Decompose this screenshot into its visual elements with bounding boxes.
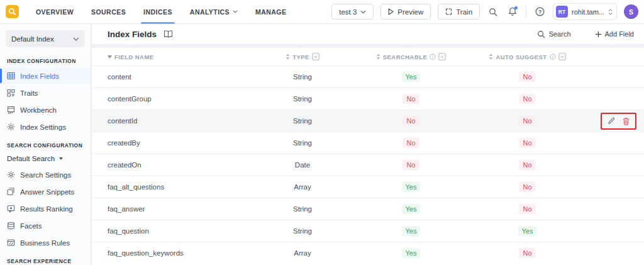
info-icon[interactable]: [430, 54, 436, 60]
column-header-auto-suggest[interactable]: AUTO SUGGEST: [469, 53, 586, 60]
nav-item-manage[interactable]: MANAGE: [247, 0, 295, 24]
searchable-cell: Yes: [353, 204, 469, 214]
annotation-highlight-box: [601, 113, 636, 130]
auto-suggest-cell: No: [469, 204, 586, 214]
delete-icon[interactable]: [623, 117, 630, 125]
sidebar-item-label: Index Settings: [20, 123, 66, 131]
table-row-faq-alt-questions: faq_alt_questions Array Yes No: [92, 176, 644, 198]
searchable-cell: Yes: [353, 182, 469, 192]
searchable-cell: Yes: [353, 72, 469, 82]
row-actions: [601, 113, 636, 130]
secondary-avatar[interactable]: S: [624, 4, 638, 19]
table-row-faq-question: faq_question String Yes Yes: [92, 220, 644, 242]
search-profile-select[interactable]: Default Search: [0, 152, 91, 166]
filter-dropdown-icon[interactable]: [312, 53, 319, 60]
user-avatar: RT: [556, 6, 568, 18]
type-cell: String: [252, 95, 353, 103]
sidebar-item-label: Facets: [20, 222, 42, 230]
nav-item-label: ANALYTICS: [190, 8, 230, 16]
sidebar-item-label: Results Ranking: [20, 205, 73, 213]
type-cell: String: [252, 227, 353, 235]
nav-item-overview[interactable]: OVERVIEW: [27, 0, 82, 24]
type-cell: String: [252, 73, 353, 81]
plus-icon: [595, 31, 602, 38]
sidebar-item-label: Answer Snippets: [20, 188, 74, 196]
page-header: Index Fields Search Add Field: [92, 24, 644, 44]
edit-icon[interactable]: [608, 117, 615, 125]
preview-button[interactable]: Preview: [380, 4, 431, 20]
sidebar-item-search-settings[interactable]: Search Settings: [0, 166, 91, 183]
nav-item-label: MANAGE: [255, 8, 286, 16]
table-row-contentgroup: contentGroup String No No: [92, 87, 644, 110]
environment-select[interactable]: test 3: [331, 4, 374, 20]
gear-icon: [7, 171, 15, 179]
nav-item-sources[interactable]: SOURCES: [82, 0, 135, 24]
sidebar-item-results-ranking[interactable]: Results Ranking: [0, 200, 91, 217]
sort-desc-icon: [108, 55, 112, 59]
searchable-cell: No: [353, 138, 469, 148]
searchable-cell: No: [353, 160, 469, 170]
type-cell: Array: [252, 249, 353, 257]
notifications-bell-icon[interactable]: [506, 6, 519, 18]
filter-dropdown-icon[interactable]: [558, 53, 566, 60]
user-menu[interactable]: RT rohit.tam...: [553, 3, 617, 20]
snippets-icon: [7, 188, 15, 196]
field-name-cell: createdBy: [108, 139, 252, 147]
sidebar-section-label: SEARCH CONFIGURATION: [0, 135, 91, 152]
global-search-icon[interactable]: [487, 6, 499, 18]
sidebar-item-facets[interactable]: Facets: [0, 217, 91, 234]
sidebar-item-label: Business Rules: [20, 239, 70, 247]
nav-item-label: OVERVIEW: [36, 8, 74, 16]
nav-item-indices[interactable]: INDICES: [135, 0, 181, 24]
train-button-label: Train: [456, 8, 472, 16]
searchable-cell: Yes: [353, 226, 469, 236]
info-icon[interactable]: [550, 54, 556, 60]
sidebar-item-workbench[interactable]: Workbench: [0, 101, 91, 118]
searchunify-logo-icon[interactable]: [6, 5, 19, 18]
column-header-field-name[interactable]: FIELD NAME: [108, 54, 252, 60]
sidebar-item-index-fields[interactable]: Index Fields: [0, 67, 91, 84]
field-name-cell: content: [108, 73, 252, 81]
nav-item-analytics[interactable]: ANALYTICS: [181, 0, 247, 24]
topbar-actions: test 3 Preview Train ? RT rohit.tam... S: [331, 3, 644, 20]
field-name-cell: createdOn: [108, 161, 252, 169]
auto-suggest-cell: No: [469, 94, 586, 104]
sidebar-item-label: Traits: [20, 89, 38, 97]
documentation-book-icon[interactable]: [164, 30, 173, 38]
column-header-searchable[interactable]: SEARCHABLE: [353, 53, 469, 60]
table-search-button[interactable]: Search: [537, 30, 571, 38]
column-label: AUTO SUGGEST: [496, 54, 547, 60]
field-name-cell: faq_question: [108, 227, 252, 235]
triangle-down-icon: [59, 157, 63, 160]
type-cell: Array: [252, 183, 353, 191]
train-button[interactable]: Train: [438, 4, 480, 20]
type-cell: String: [252, 117, 353, 125]
sidebar-section-label: INDEX CONFIGURATION: [0, 51, 91, 67]
sidebar-item-traits[interactable]: Traits: [0, 84, 91, 101]
primary-nav: OVERVIEW SOURCES INDICES ANALYTICS MANAG…: [27, 0, 295, 24]
field-name-cell: faq_alt_questions: [108, 183, 252, 191]
column-header-type[interactable]: TYPE: [252, 53, 353, 60]
workbench-icon: [7, 106, 15, 114]
sidebar-item-index-settings[interactable]: Index Settings: [0, 118, 91, 135]
index-select-dropdown[interactable]: Default Index: [6, 30, 85, 47]
searchable-cell: No: [353, 94, 469, 104]
table-search-label: Search: [549, 30, 571, 38]
play-icon: [388, 8, 394, 15]
table-row-createdon: createdOn Date No No: [92, 154, 644, 176]
filter-dropdown-icon[interactable]: [438, 53, 446, 60]
sidebar-item-answer-snippets[interactable]: Answer Snippets: [0, 183, 91, 200]
top-navigation-bar: OVERVIEW SOURCES INDICES ANALYTICS MANAG…: [0, 0, 644, 24]
sidebar-item-business-rules[interactable]: Business Rules: [0, 234, 91, 251]
add-field-button[interactable]: Add Field: [595, 30, 634, 38]
rules-icon: [7, 239, 15, 247]
add-field-label: Add Field: [605, 30, 634, 38]
type-cell: String: [252, 139, 353, 147]
searchable-cell: No: [353, 116, 469, 126]
field-name-cell: faq_answer: [108, 205, 252, 213]
facets-icon: [7, 222, 15, 230]
search-profile-select-value: Default Search: [7, 155, 55, 162]
help-icon[interactable]: ?: [533, 6, 546, 18]
table-row-faq-question-keywords: faq_question_keywords Array Yes No: [92, 242, 644, 264]
nav-item-label: SOURCES: [91, 8, 126, 16]
